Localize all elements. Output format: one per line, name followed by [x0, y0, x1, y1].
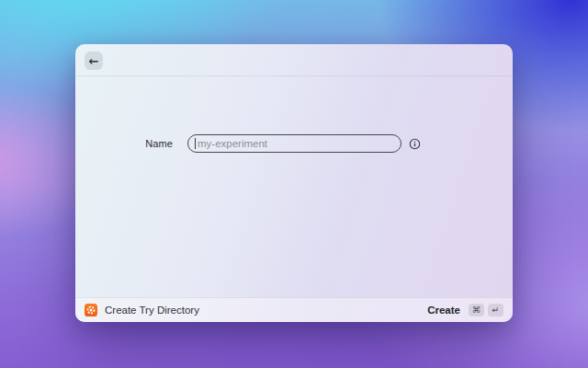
name-input-wrap: [187, 134, 401, 153]
text-cursor: [195, 138, 196, 149]
raycast-window: ← Name: [75, 44, 513, 322]
name-input[interactable]: [187, 134, 401, 153]
create-action-label: Create: [427, 305, 460, 316]
gear-icon: [85, 304, 97, 316]
name-field-row: Name: [75, 134, 513, 153]
desktop-background: ← Name: [0, 0, 588, 368]
name-field-label: Name: [75, 138, 187, 149]
extension-info: Create Try Directory: [85, 304, 427, 316]
cmd-key-icon: ⌘: [469, 304, 484, 316]
extension-title: Create Try Directory: [105, 305, 199, 316]
action-bar: Create Try Directory Create ⌘ ↵: [75, 297, 513, 322]
enter-key-icon: ↵: [488, 304, 503, 316]
create-action[interactable]: Create ⌘ ↵: [427, 304, 503, 316]
window-header: ←: [75, 44, 513, 76]
back-arrow-icon: ←: [89, 55, 99, 67]
back-button[interactable]: ←: [85, 52, 103, 70]
info-icon[interactable]: [409, 138, 421, 150]
